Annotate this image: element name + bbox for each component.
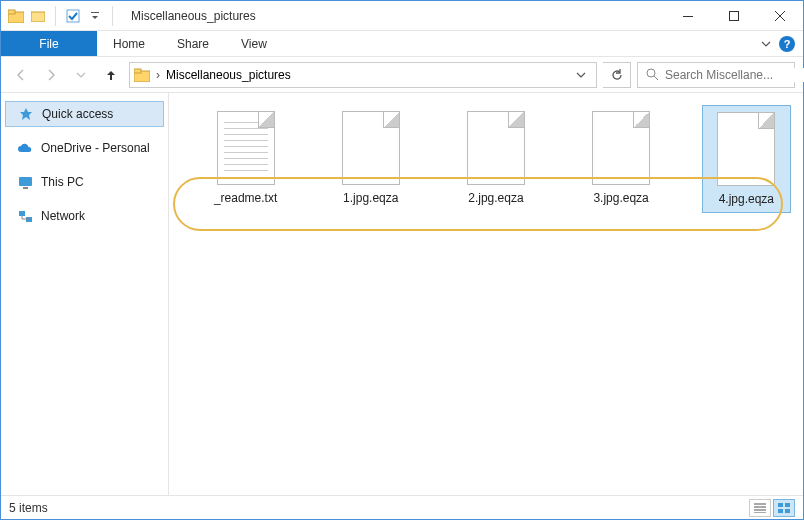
- svg-rect-25: [785, 503, 790, 507]
- tab-home[interactable]: Home: [97, 31, 161, 56]
- svg-rect-6: [730, 11, 739, 20]
- navigation-row: › Miscellaneous_pictures: [1, 57, 803, 93]
- tab-view[interactable]: View: [225, 31, 283, 56]
- svg-rect-14: [23, 187, 28, 189]
- monitor-icon: [17, 174, 33, 190]
- folder-small-icon[interactable]: [29, 7, 47, 25]
- svg-rect-4: [91, 12, 99, 13]
- svg-rect-2: [31, 12, 45, 22]
- cloud-icon: [17, 140, 33, 156]
- app-folder-icon: [7, 7, 25, 25]
- qat-dropdown-icon[interactable]: [86, 7, 104, 25]
- file-label: 3.jpg.eqza: [593, 191, 648, 205]
- svg-rect-27: [785, 509, 790, 513]
- sidebar-item-network[interactable]: Network: [5, 203, 164, 229]
- text-file-icon: [217, 111, 275, 185]
- large-icons-view-button[interactable]: [773, 499, 795, 517]
- svg-point-11: [647, 69, 655, 77]
- svg-rect-3: [67, 10, 79, 22]
- recent-locations-icon[interactable]: [69, 63, 93, 87]
- sidebar-item-label: Quick access: [42, 107, 113, 121]
- explorer-window: Miscellaneous_pictures File Home Share V…: [0, 0, 804, 520]
- generic-file-icon: [467, 111, 525, 185]
- search-icon: [646, 68, 659, 81]
- status-item-count: 5 items: [9, 501, 48, 515]
- address-bar[interactable]: › Miscellaneous_pictures: [129, 62, 597, 88]
- search-box[interactable]: [637, 62, 795, 88]
- checkbox-icon[interactable]: [64, 7, 82, 25]
- back-button[interactable]: [9, 63, 33, 87]
- quick-access-toolbar: [1, 6, 123, 26]
- breadcrumb-separator: ›: [156, 68, 160, 82]
- svg-rect-10: [134, 69, 141, 73]
- generic-file-icon: [342, 111, 400, 185]
- svg-rect-13: [19, 177, 32, 186]
- sidebar-item-label: OneDrive - Personal: [41, 141, 150, 155]
- svg-rect-1: [8, 10, 15, 14]
- body: Quick access OneDrive - Personal This PC: [1, 93, 803, 495]
- file-label: 1.jpg.eqza: [343, 191, 398, 205]
- tab-share[interactable]: Share: [161, 31, 225, 56]
- navigation-pane: Quick access OneDrive - Personal This PC: [1, 93, 169, 495]
- status-bar: 5 items: [1, 495, 803, 519]
- ribbon-expand-icon[interactable]: [761, 39, 771, 49]
- star-icon: [18, 106, 34, 122]
- svg-rect-5: [683, 16, 693, 17]
- refresh-button[interactable]: [603, 62, 631, 88]
- sidebar-item-this-pc[interactable]: This PC: [5, 169, 164, 195]
- network-icon: [17, 208, 33, 224]
- qat-separator-2: [112, 6, 113, 26]
- generic-file-icon: [717, 112, 775, 186]
- file-item[interactable]: 2.jpg.eqza: [451, 105, 540, 211]
- sidebar-item-label: This PC: [41, 175, 84, 189]
- maximize-button[interactable]: [711, 1, 757, 31]
- ribbon-tabs: File Home Share View ?: [1, 31, 803, 57]
- up-button[interactable]: [99, 63, 123, 87]
- breadcrumb-current[interactable]: Miscellaneous_pictures: [166, 68, 291, 82]
- title-bar: Miscellaneous_pictures: [1, 1, 803, 31]
- minimize-button[interactable]: [665, 1, 711, 31]
- details-view-button[interactable]: [749, 499, 771, 517]
- sidebar-item-quick-access[interactable]: Quick access: [5, 101, 164, 127]
- window-title: Miscellaneous_pictures: [123, 9, 256, 23]
- window-controls: [665, 1, 803, 31]
- qat-separator: [55, 6, 56, 26]
- file-item[interactable]: 1.jpg.eqza: [326, 105, 415, 211]
- file-list-pane[interactable]: _readme.txt1.jpg.eqza2.jpg.eqza3.jpg.eqz…: [169, 93, 803, 495]
- file-label: 4.jpg.eqza: [719, 192, 774, 206]
- file-label: _readme.txt: [214, 191, 277, 205]
- svg-rect-24: [778, 503, 783, 507]
- svg-line-12: [654, 76, 658, 80]
- sidebar-item-label: Network: [41, 209, 85, 223]
- forward-button[interactable]: [39, 63, 63, 87]
- file-item[interactable]: _readme.txt: [201, 105, 290, 211]
- view-toggles: [749, 499, 795, 517]
- address-folder-icon: [134, 68, 150, 82]
- svg-rect-15: [19, 211, 25, 216]
- sidebar-item-onedrive[interactable]: OneDrive - Personal: [5, 135, 164, 161]
- help-icon[interactable]: ?: [779, 36, 795, 52]
- search-input[interactable]: [665, 68, 804, 82]
- file-label: 2.jpg.eqza: [468, 191, 523, 205]
- address-dropdown-icon[interactable]: [570, 70, 592, 80]
- close-button[interactable]: [757, 1, 803, 31]
- file-item[interactable]: 3.jpg.eqza: [577, 105, 666, 211]
- file-item[interactable]: 4.jpg.eqza: [702, 105, 791, 213]
- svg-rect-26: [778, 509, 783, 513]
- tab-file[interactable]: File: [1, 31, 97, 56]
- generic-file-icon: [592, 111, 650, 185]
